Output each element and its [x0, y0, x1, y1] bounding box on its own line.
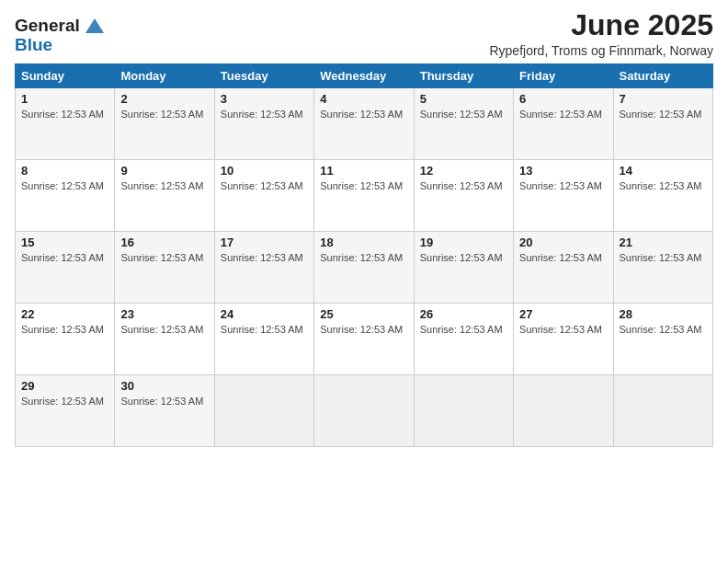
sunrise-time: Sunrise: 12:53 AM — [120, 396, 203, 407]
sunrise-time: Sunrise: 12:53 AM — [120, 109, 203, 120]
table-row: 15Sunrise: 12:53 AM — [16, 232, 115, 304]
logo-icon — [82, 13, 108, 39]
table-row: 30Sunrise: 12:53 AM — [115, 375, 214, 447]
day-number: 7 — [620, 92, 707, 106]
day-number: 27 — [519, 307, 607, 321]
calendar-header-row: Sunday Monday Tuesday Wednesday Thursday… — [16, 64, 713, 88]
sunrise-time: Sunrise: 12:53 AM — [120, 180, 203, 191]
sunrise-time: Sunrise: 12:53 AM — [221, 180, 303, 191]
table-row: 3Sunrise: 12:53 AM — [214, 88, 313, 160]
day-number: 14 — [620, 164, 707, 178]
table-row: 28Sunrise: 12:53 AM — [613, 304, 712, 375]
sunrise-time: Sunrise: 12:53 AM — [320, 180, 403, 191]
table-row: 19Sunrise: 12:53 AM — [414, 232, 513, 304]
day-number: 4 — [320, 92, 407, 106]
table-row — [414, 375, 513, 447]
table-row: 9Sunrise: 12:53 AM — [115, 160, 214, 232]
day-number: 30 — [120, 379, 208, 393]
day-number: 26 — [420, 307, 507, 321]
sunrise-time: Sunrise: 12:53 AM — [221, 324, 303, 335]
sunrise-time: Sunrise: 12:53 AM — [120, 252, 203, 263]
day-number: 19 — [420, 236, 507, 249]
table-row — [613, 375, 712, 447]
day-number: 8 — [21, 164, 108, 178]
month-year-title: June 2025 — [489, 9, 713, 41]
table-row: 24Sunrise: 12:53 AM — [214, 304, 313, 375]
table-row: 17Sunrise: 12:53 AM — [214, 232, 313, 304]
sunrise-time: Sunrise: 12:53 AM — [519, 109, 602, 120]
day-number: 6 — [519, 92, 607, 106]
col-friday: Friday — [514, 64, 613, 88]
day-number: 29 — [21, 379, 108, 393]
table-row: 26Sunrise: 12:53 AM — [414, 304, 513, 375]
sunrise-time: Sunrise: 12:53 AM — [320, 252, 403, 263]
day-number: 24 — [221, 307, 308, 321]
table-row: 12Sunrise: 12:53 AM — [414, 160, 513, 232]
day-number: 22 — [21, 307, 108, 321]
table-row: 1Sunrise: 12:53 AM — [16, 88, 115, 160]
sunrise-time: Sunrise: 12:53 AM — [620, 324, 702, 335]
col-wednesday: Wednesday — [314, 64, 414, 88]
sunrise-time: Sunrise: 12:53 AM — [221, 252, 303, 263]
day-number: 10 — [221, 164, 308, 178]
col-monday: Monday — [115, 64, 214, 88]
table-row: 5Sunrise: 12:53 AM — [414, 88, 513, 160]
table-row: 2Sunrise: 12:53 AM — [115, 88, 214, 160]
table-row: 21Sunrise: 12:53 AM — [613, 232, 712, 304]
location-subtitle: Rypefjord, Troms og Finnmark, Norway — [489, 43, 713, 58]
col-tuesday: Tuesday — [214, 64, 313, 88]
sunrise-time: Sunrise: 12:53 AM — [21, 109, 104, 120]
header: General Blue June 2025 Rypefjord, Troms … — [15, 9, 713, 58]
table-row: 10Sunrise: 12:53 AM — [214, 160, 313, 232]
sunrise-time: Sunrise: 12:53 AM — [221, 109, 303, 120]
table-row: 16Sunrise: 12:53 AM — [115, 232, 214, 304]
day-number: 13 — [519, 164, 607, 178]
calendar-table: Sunday Monday Tuesday Wednesday Thursday… — [15, 63, 713, 447]
sunrise-time: Sunrise: 12:53 AM — [519, 324, 602, 335]
day-number: 1 — [21, 92, 108, 106]
col-sunday: Sunday — [16, 64, 115, 88]
sunrise-time: Sunrise: 12:53 AM — [21, 180, 104, 191]
day-number: 15 — [21, 236, 108, 249]
day-number: 5 — [420, 92, 507, 106]
day-number: 16 — [120, 236, 208, 249]
logo: General Blue — [15, 13, 108, 55]
table-row: 22Sunrise: 12:53 AM — [16, 304, 115, 375]
sunrise-time: Sunrise: 12:53 AM — [519, 180, 602, 191]
table-row — [514, 375, 613, 447]
sunrise-time: Sunrise: 12:53 AM — [21, 324, 104, 335]
sunrise-time: Sunrise: 12:53 AM — [120, 324, 203, 335]
table-row: 29Sunrise: 12:53 AM — [16, 375, 115, 447]
day-number: 3 — [221, 92, 308, 106]
day-number: 23 — [120, 307, 208, 321]
table-row: 23Sunrise: 12:53 AM — [115, 304, 214, 375]
day-number: 25 — [320, 307, 407, 321]
sunrise-time: Sunrise: 12:53 AM — [320, 324, 403, 335]
day-number: 17 — [221, 236, 308, 249]
table-row: 6Sunrise: 12:53 AM — [514, 88, 613, 160]
sunrise-time: Sunrise: 12:53 AM — [620, 252, 702, 263]
sunrise-time: Sunrise: 12:53 AM — [320, 109, 403, 120]
sunrise-time: Sunrise: 12:53 AM — [420, 324, 503, 335]
table-row: 8Sunrise: 12:53 AM — [16, 160, 115, 232]
col-saturday: Saturday — [613, 64, 712, 88]
col-thursday: Thursday — [414, 64, 513, 88]
table-row: 18Sunrise: 12:53 AM — [314, 232, 414, 304]
logo-text-general: General — [15, 16, 80, 35]
sunrise-time: Sunrise: 12:53 AM — [420, 252, 503, 263]
sunrise-time: Sunrise: 12:53 AM — [21, 252, 104, 263]
table-row: 14Sunrise: 12:53 AM — [613, 160, 712, 232]
day-number: 21 — [620, 236, 707, 249]
day-number: 9 — [120, 164, 208, 178]
table-row: 20Sunrise: 12:53 AM — [514, 232, 613, 304]
day-number: 11 — [320, 164, 407, 178]
page: General Blue June 2025 Rypefjord, Troms … — [0, 0, 728, 563]
sunrise-time: Sunrise: 12:53 AM — [620, 109, 702, 120]
table-row — [314, 375, 414, 447]
table-row: 4Sunrise: 12:53 AM — [314, 88, 414, 160]
table-row: 25Sunrise: 12:53 AM — [314, 304, 414, 375]
table-row — [214, 375, 313, 447]
day-number: 20 — [519, 236, 607, 249]
sunrise-time: Sunrise: 12:53 AM — [420, 109, 503, 120]
sunrise-time: Sunrise: 12:53 AM — [420, 180, 503, 191]
